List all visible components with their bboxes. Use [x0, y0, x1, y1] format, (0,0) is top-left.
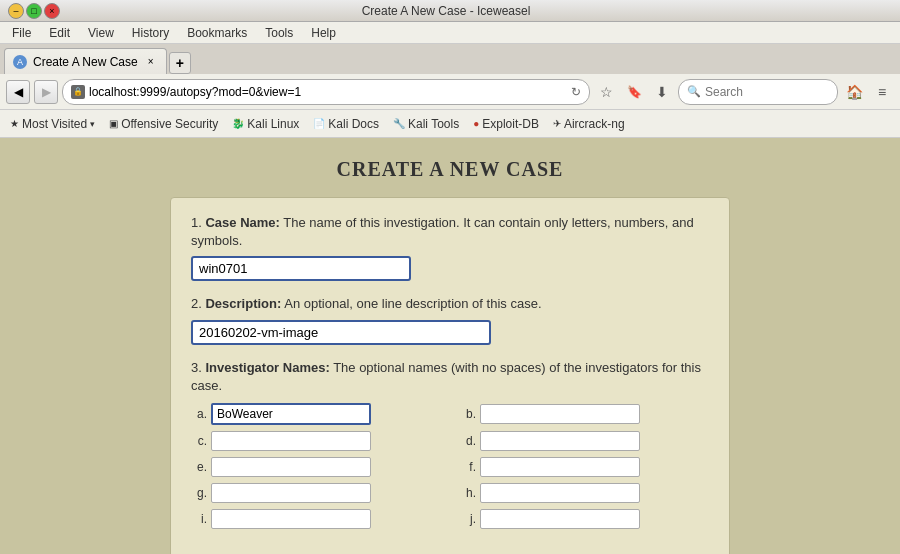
bookmark-exploit-db-label: Exploit-DB — [482, 117, 539, 131]
investigator-row-c: c. — [191, 431, 440, 451]
kali-docs-icon: 📄 — [313, 118, 325, 129]
content-area: Create A New Case 1. Case Name: The name… — [0, 138, 900, 554]
bookmark-aircrack-ng[interactable]: ✈ Aircrack-ng — [547, 115, 631, 133]
forward-button[interactable]: ▶ — [34, 80, 58, 104]
menu-edit[interactable]: Edit — [41, 24, 78, 42]
description-section: 2. Description: An optional, one line de… — [191, 295, 709, 344]
description-input[interactable] — [191, 320, 491, 345]
description-text: An optional, one line description of thi… — [284, 296, 541, 311]
case-name-bold-label: Case Name: — [205, 215, 279, 230]
bookmark-aircrack-ng-label: Aircrack-ng — [564, 117, 625, 131]
investigator-input-b[interactable] — [480, 404, 640, 424]
bookmark-star-icon[interactable]: ☆ — [594, 80, 618, 104]
investigator-label-d: d. — [460, 434, 476, 448]
navigation-bar: ◀ ▶ 🔒 ↻ ☆ 🔖 ⬇ 🔍 🏠 ≡ — [0, 74, 900, 110]
url-input[interactable] — [89, 85, 567, 99]
investigator-input-j[interactable] — [480, 509, 640, 529]
investigator-label-h: h. — [460, 486, 476, 500]
case-name-label: 1. Case Name: The name of this investiga… — [191, 214, 709, 250]
investigator-row-g: g. — [191, 483, 440, 503]
maximize-button[interactable]: □ — [26, 3, 42, 19]
investigators-grid: a. b. c. d. e. — [191, 403, 709, 529]
menu-history[interactable]: History — [124, 24, 177, 42]
investigator-row-f: f. — [460, 457, 709, 477]
most-visited-icon: ★ — [10, 118, 19, 129]
bookmark-kali-linux-label: Kali Linux — [247, 117, 299, 131]
most-visited-arrow-icon: ▾ — [90, 119, 95, 129]
minimize-button[interactable]: – — [8, 3, 24, 19]
title-bar: – □ × Create A New Case - Iceweasel — [0, 0, 900, 22]
investigator-row-e: e. — [191, 457, 440, 477]
investigator-input-a[interactable] — [211, 403, 371, 425]
menu-icon[interactable]: ≡ — [870, 80, 894, 104]
investigator-input-g[interactable] — [211, 483, 371, 503]
tab-close-button[interactable]: × — [144, 55, 158, 69]
case-name-input[interactable] — [191, 256, 411, 281]
exploit-db-icon: ● — [473, 118, 479, 129]
bookmark-kali-tools-label: Kali Tools — [408, 117, 459, 131]
investigator-row-j: j. — [460, 509, 709, 529]
menu-file[interactable]: File — [4, 24, 39, 42]
investigator-row-b: b. — [460, 403, 709, 425]
url-favicon: 🔒 — [71, 85, 85, 99]
tab-bar: A Create A New Case × + — [0, 44, 900, 74]
investigator-input-i[interactable] — [211, 509, 371, 529]
refresh-icon[interactable]: ↻ — [571, 85, 581, 99]
bookmark-manager-icon[interactable]: 🔖 — [622, 80, 646, 104]
tab-create-new-case[interactable]: A Create A New Case × — [4, 48, 167, 74]
bookmark-offensive-security[interactable]: ▣ Offensive Security — [103, 115, 224, 133]
new-tab-button[interactable]: + — [169, 52, 191, 74]
search-bar[interactable]: 🔍 — [678, 79, 838, 105]
tab-label: Create A New Case — [33, 55, 138, 69]
bookmark-kali-linux[interactable]: 🐉 Kali Linux — [226, 115, 305, 133]
url-bar[interactable]: 🔒 ↻ — [62, 79, 590, 105]
bookmark-kali-docs-label: Kali Docs — [328, 117, 379, 131]
description-label: 2. Description: An optional, one line de… — [191, 295, 709, 313]
investigator-names-label: 3. Investigator Names: The optional name… — [191, 359, 709, 395]
investigator-input-h[interactable] — [480, 483, 640, 503]
bookmark-most-visited[interactable]: ★ Most Visited ▾ — [4, 115, 101, 133]
back-button[interactable]: ◀ — [6, 80, 30, 104]
form-container: 1. Case Name: The name of this investiga… — [170, 197, 730, 554]
home-icon[interactable]: 🏠 — [842, 80, 866, 104]
investigator-row-i: i. — [191, 509, 440, 529]
investigator-row-h: h. — [460, 483, 709, 503]
search-input[interactable] — [705, 85, 855, 99]
investigator-label-i: i. — [191, 512, 207, 526]
window-controls[interactable]: – □ × — [8, 3, 60, 19]
search-icon: 🔍 — [687, 85, 701, 98]
bookmark-offensive-security-label: Offensive Security — [121, 117, 218, 131]
investigator-label-e: e. — [191, 460, 207, 474]
bookmark-most-visited-label: Most Visited — [22, 117, 87, 131]
menu-help[interactable]: Help — [303, 24, 344, 42]
investigator-input-e[interactable] — [211, 457, 371, 477]
investigator-input-f[interactable] — [480, 457, 640, 477]
menu-bookmarks[interactable]: Bookmarks — [179, 24, 255, 42]
description-bold-label: Description: — [205, 296, 281, 311]
investigator-names-section: 3. Investigator Names: The optional name… — [191, 359, 709, 529]
investigator-label-b: b. — [460, 407, 476, 421]
close-button[interactable]: × — [44, 3, 60, 19]
bookmark-exploit-db[interactable]: ● Exploit-DB — [467, 115, 545, 133]
investigator-input-d[interactable] — [480, 431, 640, 451]
menu-tools[interactable]: Tools — [257, 24, 301, 42]
investigator-input-c[interactable] — [211, 431, 371, 451]
nav-right-controls: ☆ 🔖 ⬇ 🔍 🏠 ≡ — [594, 79, 894, 105]
download-icon[interactable]: ⬇ — [650, 80, 674, 104]
kali-linux-icon: 🐉 — [232, 118, 244, 129]
investigator-label-g: g. — [191, 486, 207, 500]
investigator-label-a: a. — [191, 407, 207, 421]
bookmark-kali-docs[interactable]: 📄 Kali Docs — [307, 115, 385, 133]
investigator-label-f: f. — [460, 460, 476, 474]
menu-view[interactable]: View — [80, 24, 122, 42]
aircrack-ng-icon: ✈ — [553, 118, 561, 129]
tab-favicon: A — [13, 55, 27, 69]
bookmark-kali-tools[interactable]: 🔧 Kali Tools — [387, 115, 465, 133]
kali-tools-icon: 🔧 — [393, 118, 405, 129]
menu-bar: File Edit View History Bookmarks Tools H… — [0, 22, 900, 44]
investigator-row-d: d. — [460, 431, 709, 451]
offensive-security-icon: ▣ — [109, 118, 118, 129]
window-title: Create A New Case - Iceweasel — [60, 4, 832, 18]
investigator-label-c: c. — [191, 434, 207, 448]
investigator-label-j: j. — [460, 512, 476, 526]
